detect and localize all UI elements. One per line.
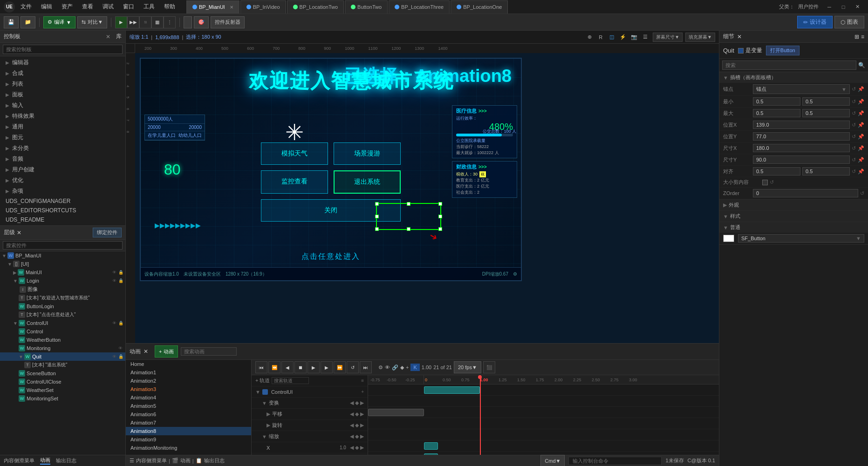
tab-output-log[interactable]: 输出日志 [56,457,76,464]
lock-icon[interactable]: 🔒 [118,321,123,325]
tab-bp-mianui[interactable]: BP_MianUI ✕ [186,0,239,14]
content-browser-button[interactable]: 📁 [21,16,35,28]
tree-item-controlui[interactable]: ▼ W ControlUI 👁 🔒 [0,319,125,327]
visibility-icon[interactable]: 👁 [112,278,116,283]
console-input[interactable] [568,457,662,465]
viewport-canvas[interactable]: 200 300 400 500 600 700 800 900 1000 110… [126,44,719,343]
align-y-input[interactable] [806,169,847,174]
lock-icon[interactable]: 🔒 [118,354,123,359]
reset-icon[interactable]: ↺ [852,157,856,163]
tree-item-control[interactable]: W Control [0,327,125,336]
play-btn-2[interactable]: ▶▶ [127,16,139,28]
lock-icon[interactable]: 🔒 [118,270,123,275]
anim-6[interactable]: Animation6 [126,410,251,419]
viewport-icon-3[interactable]: ◫ [607,33,616,42]
menu-view[interactable]: 查看 [80,2,95,12]
props-search-input[interactable] [722,61,856,70]
size-x-value[interactable] [753,144,850,152]
panel-item-audio[interactable]: ▶ 音频 [0,154,125,164]
menu-edit[interactable]: 编辑 [39,2,54,12]
tab-bp-locationone[interactable]: BP_LocationOne [451,0,508,14]
pin-icon[interactable]: 📌 [858,134,864,140]
bottom-tab-content[interactable]: 内容侧滑菜单 [136,457,167,464]
anim-5[interactable]: Animation5 [126,402,251,410]
anim-home[interactable]: Home [126,360,251,368]
track-label-transform[interactable]: ▼ 变换 ◀ ◆ ▶ [252,398,368,409]
fill-screen-dropdown[interactable]: 填充屏幕▼ [685,33,715,42]
settings-icon[interactable]: ⚙ [513,271,517,277]
track-search-input[interactable] [272,377,309,384]
color-swatch[interactable] [723,235,734,242]
pos-y-input[interactable] [756,134,847,139]
tree-item-welcome-text[interactable]: T [文本] "欢迎进入智慧城市系统" [0,294,125,302]
min-x[interactable] [753,97,800,106]
anim-2[interactable]: Animation2 [126,377,251,385]
track-icon-5[interactable]: + [406,365,409,370]
add-animation-btn[interactable]: + 动画 [155,345,178,358]
min-x-input[interactable] [756,99,797,104]
list-icon[interactable]: ≡ [861,34,864,40]
anchor-value[interactable]: 锚点 ▼ [753,84,850,94]
panel-item-glyph[interactable]: ▶ 图元 [0,132,125,143]
size-content-checkbox[interactable] [762,180,768,185]
menu-help[interactable]: 帮助 [162,2,177,12]
anim-9[interactable]: Animation9 [126,435,251,444]
anim-1[interactable]: Animation1 [126,368,251,377]
pin-icon[interactable]: 📌 [858,122,864,128]
menu-file[interactable]: 文件 [19,2,34,12]
panel-item-input[interactable]: ▶ 输入 [0,100,125,111]
pin-icon[interactable]: 📌 [858,99,864,105]
tab-bp-locationtwo[interactable]: BP_LocationTwo [287,0,344,14]
tree-item-monitoring-set[interactable]: W MonitoringSet [0,394,125,403]
visibility-icon[interactable]: 👁 [112,354,116,359]
panel-item-panel[interactable]: ▶ 面板 [0,89,125,100]
panel-item-misc[interactable]: ▶ 杂项 [0,186,125,196]
panel-item-uds-readme[interactable]: UDS_README [0,215,125,224]
pos-x-input[interactable] [756,122,847,128]
anchor-dropdown[interactable]: ▼ [841,87,847,92]
screen-size-dropdown[interactable]: 屏幕尺寸▼ [653,33,683,42]
tab-content-browser[interactable]: 内容侧滑菜单 [4,457,34,464]
track-label-scale[interactable]: ▼ 缩放 ◀ ◆ ▶ [252,431,368,442]
slot-header[interactable]: ▼ 插槽（画布面板槽） [719,72,868,83]
track-fwd-frame[interactable]: ▶ [321,361,333,373]
play-btn-1[interactable]: ▶ [115,16,127,28]
anim-search-input[interactable] [181,347,237,356]
track-play[interactable]: ▶ [308,361,320,373]
viewport-icon-1[interactable]: ⊕ [585,33,594,42]
max-x-input[interactable] [756,110,797,116]
right-panel-close[interactable]: ✕ [737,34,742,40]
capture-btn[interactable]: ⬛ [483,361,495,373]
panel-item-list[interactable]: ▶ 列表 [0,79,125,89]
tree-item-quit[interactable]: ▼ W Quit 👁 🔒 [0,352,125,361]
save-button[interactable]: 💾 [4,16,19,28]
max-y[interactable] [802,109,850,117]
track-label-scale-x[interactable]: X 1.0 ◀ ◆ ▶ [252,442,368,453]
panel-item-uds-config[interactable]: UDS_CONFIGMANAGER [0,196,125,206]
control-panel-close[interactable]: ✕ [106,34,110,40]
panel-item-special[interactable]: ▶ 特殊效果 [0,111,125,122]
tree-item-weather-set[interactable]: W WeatherSet [0,386,125,394]
tab-close-0[interactable]: ✕ [230,5,233,10]
viewport-icon-2[interactable]: R [596,33,605,42]
library-tab-label[interactable]: 库 [116,33,122,41]
reset-icon[interactable]: ↺ [852,134,856,140]
pin-icon[interactable]: 📌 [858,145,864,151]
compile-button[interactable]: ⚙ 编译 ▼ [43,16,75,28]
reset-icon[interactable]: ↺ [852,169,856,175]
style-header[interactable]: ▼ 样式 [719,211,868,222]
reset-icon[interactable]: ↺ [860,190,864,196]
panel-item-editor[interactable]: ▶ 编辑器 [0,57,125,68]
menu-close[interactable]: 关闭 [261,199,401,222]
control-search-input[interactable] [3,45,123,54]
panel-item-opt[interactable]: ▶ 优化 [0,175,125,186]
visibility-icon[interactable]: 👁 [112,321,116,325]
layers-search-input[interactable] [3,241,123,250]
lock-icon[interactable]: 🔒 [118,278,123,283]
open-button-btn[interactable]: 打开Button [766,46,800,55]
menu-tools[interactable]: 工具 [142,2,157,12]
visibility-icon[interactable]: 👁 [118,346,123,351]
pin-icon[interactable]: 📌 [858,157,864,163]
reset-icon[interactable]: ↺ [852,145,856,151]
stop-btn[interactable]: ◾ [139,16,151,28]
